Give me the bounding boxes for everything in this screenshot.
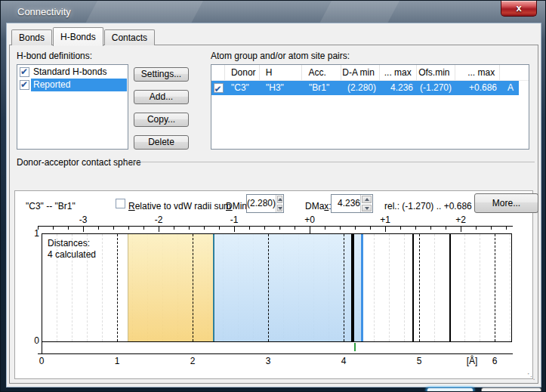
top-axis-tick [279,227,280,230]
definitions-label: H-bond definitions: [17,51,92,61]
copy-button[interactable]: Copy... [134,113,189,127]
table-row[interactable]: "C3" "H3" "Br1" (2.280) 4.236 (-1.270) +… [211,81,519,95]
col-acc: Acc. [302,65,341,80]
cell-acc: "Br1" [303,81,342,95]
top-axis-tick [506,227,507,230]
contact-sphere-group-label: Donor-acceptor contact sphere [17,157,141,168]
top-axis-tick [98,227,99,230]
col-extra [500,65,529,80]
list-item-label: Standard H-bonds [31,66,127,79]
hbond-definitions-list[interactable]: Standard H-bonds Reported [17,64,128,150]
bottom-axis-tick-label: 3 [257,356,279,366]
bottom-axis-line [38,353,513,354]
top-axis-tick [325,227,325,230]
window-title: Connectivity [17,6,71,17]
top-axis-tick-label: -1 [219,215,249,225]
top-axis-tick [385,227,386,232]
y-axis-tick-label: 1 [24,228,39,239]
top-axis-tick [159,227,159,232]
list-item-label: Reported [31,79,127,91]
top-axis-tick [128,227,129,230]
top-axis-tick [400,227,401,230]
list-item-standard-hbonds[interactable]: Standard H-bonds [18,66,127,79]
col-checkbox [211,65,225,80]
top-axis-tick [204,227,205,230]
minor-gridline [389,234,390,341]
top-axis-tick [430,227,431,230]
marker-black [449,234,451,341]
marker-thick [351,234,354,341]
col-h: H [260,65,303,80]
dialog-content: Bonds H-Bonds Contacts H-bond definition… [7,23,541,387]
minor-gridline [464,234,465,341]
integer-dashed-gridline [419,234,420,341]
tab-contacts[interactable]: Contacts [104,29,155,45]
top-axis-tick-label: +1 [370,215,400,225]
minor-gridline [434,234,435,341]
delete-button[interactable]: Delete [134,135,189,150]
integer-dashed-gridline [495,234,495,341]
distance-chart[interactable]: -3-2-1+0+1+20123456[Å]10Distances:4 calc… [15,191,532,378]
tab-bonds[interactable]: Bonds [11,29,52,45]
settings-button[interactable]: Settings... [134,67,189,82]
col-da-min: D-A min [341,65,380,80]
contact-sphere-panel: "C3" -- "Br1" Relative to vdW radii sum … [14,190,533,379]
cancel-button[interactable]: Abbrechen [481,387,541,392]
top-axis-tick [446,227,446,230]
add-button[interactable]: Add... [134,90,189,104]
top-axis-tick [415,227,416,230]
strip-left-edge [42,341,42,354]
minor-gridline [102,234,103,341]
minor-gridline [404,234,405,341]
top-axis-tick-label: -3 [68,215,98,225]
close-icon: x [516,2,521,14]
tab-bar: Bonds H-Bonds Contacts [11,26,156,45]
pairs-table-label: Atom group and/or atom site pairs: [211,51,350,61]
top-axis-tick [189,227,190,230]
resize-grip-icon[interactable]: ⋱ [527,372,535,381]
hbond-accept-zone-region [214,234,362,341]
glass-streak [85,1,203,23]
top-axis-tick [68,227,69,230]
top-axis-tick [295,227,295,230]
top-axis-tick [264,227,265,230]
cell-ofs-max: +0.686 [456,81,501,95]
top-axis-tick [476,227,477,230]
table-header: Donor H Acc. D-A min ... max Ofs.min ...… [211,65,529,81]
bottom-axis-tick-label: 4 [332,356,355,366]
top-axis-line [38,226,513,227]
cell-da-max: 4.236 [381,81,418,95]
tab-h-bonds[interactable]: H-Bonds [53,27,103,46]
ok-button[interactable]: OK [427,387,474,392]
top-axis-tick [219,227,220,230]
cell-extra: A [501,81,519,95]
minor-gridline [374,234,375,341]
row-checkbox[interactable] [214,83,224,93]
top-axis-tick [461,227,461,232]
integer-dashed-gridline [117,234,118,341]
axis-unit-label: [Å] [461,356,483,366]
cell-donor: "C3" [225,81,260,95]
titlebar[interactable]: Connectivity x [1,1,546,23]
y-axis-tick-label: 0 [24,335,39,346]
marker-dmin[interactable] [213,234,214,341]
checkbox-reported[interactable] [20,80,29,90]
checkbox-standard-hbonds[interactable] [20,67,29,77]
top-axis-tick [53,227,54,230]
top-axis-tick [113,227,114,230]
bottom-axis-tick-label: 6 [483,356,506,366]
col-donor: Donor [225,65,260,80]
atom-pairs-table[interactable]: Donor H Acc. D-A min ... max Ofs.min ...… [211,64,529,150]
cell-h: "H3" [260,81,303,95]
bottom-axis-tick-label: 5 [408,356,430,366]
close-button[interactable]: x [501,1,537,17]
top-axis-tick [143,227,144,230]
marker-dmax[interactable] [361,234,363,341]
list-item-reported[interactable]: Reported [18,79,127,91]
integer-dashed-gridline [193,234,193,341]
top-axis-tick [491,227,492,230]
bottom-axis-tick-label: 2 [181,356,204,366]
top-axis-tick-label: -2 [143,215,174,225]
tab-page-h-bonds: H-bond definitions: Standard H-bonds Rep… [9,45,538,384]
bottom-axis-tick-label: 0 [30,356,53,366]
